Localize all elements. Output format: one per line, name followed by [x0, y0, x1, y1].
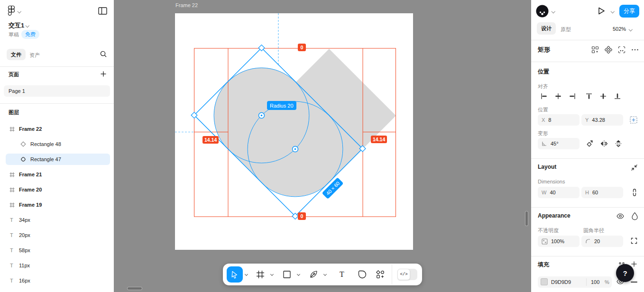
layer-row-rectangle-48[interactable]: Rectangle 48 [0, 138, 114, 150]
x-position-input[interactable]: X 8 [538, 114, 580, 126]
layer-row-frame-19[interactable]: Frame 19 [0, 199, 114, 210]
corner-radius-input[interactable]: 20 [581, 236, 623, 247]
figma-app-window: Frame 22 0 0 14.14 14.14 Radius 20 40 × … [0, 0, 644, 292]
opacity-checker-icon [542, 238, 548, 245]
rotation-value: 45° [551, 141, 559, 146]
text-tool-button[interactable]: T [338, 270, 346, 279]
vertical-scrollbar[interactable] [525, 211, 528, 226]
fill-color-row[interactable]: D9D9D9 100 % [538, 276, 612, 288]
fill-color-swatch[interactable] [541, 278, 548, 285]
help-button[interactable]: ? [616, 264, 634, 282]
user-avatar[interactable] [536, 5, 549, 18]
layer-label: Rectangle 47 [30, 156, 61, 162]
layer-label: 58px [19, 247, 30, 253]
layer-row-frame-21[interactable]: Frame 21 [0, 169, 114, 180]
pen-tool-chevron-icon[interactable] [323, 273, 327, 276]
dev-mode-toggle-thumb[interactable]: </> [397, 269, 410, 280]
frame-icon [9, 172, 15, 177]
width-input[interactable]: W 40 [538, 187, 580, 198]
rotation-input[interactable]: 45° [538, 138, 580, 149]
fill-opacity-value[interactable]: 100 [591, 279, 599, 285]
distance-badge-bottom: 0 [298, 212, 306, 220]
align-vertical-center-icon[interactable] [598, 91, 609, 102]
search-icon[interactable] [100, 50, 107, 58]
page-list-item[interactable]: Page 1 [4, 85, 110, 97]
canvas-viewport[interactable] [114, 0, 531, 292]
align-top-icon[interactable] [583, 91, 595, 102]
plan-badge[interactable]: 免费 [21, 30, 39, 39]
layer-row-frame-22[interactable]: Frame 22 [0, 123, 114, 135]
file-status: 草稿 [9, 31, 19, 38]
layer-label: 11px [19, 263, 30, 268]
use-as-mask-icon[interactable] [618, 46, 626, 54]
opacity-input[interactable]: 100% [538, 236, 580, 247]
present-play-icon[interactable] [597, 6, 606, 16]
tab-design[interactable]: 设计 [537, 22, 556, 35]
constrain-proportions-icon[interactable] [631, 188, 638, 197]
file-name[interactable]: 交互1 [9, 21, 24, 30]
create-component-icon[interactable] [605, 46, 612, 54]
rotated-rounded-rectangle-icon [20, 156, 26, 162]
frame-tool-chevron-icon[interactable] [270, 273, 274, 276]
opacity-label: 不透明度 [538, 227, 559, 234]
flip-horizontal-icon[interactable] [598, 138, 610, 149]
opacity-value: 100% [551, 238, 564, 244]
layer-row-text-16px[interactable]: T 16px [0, 275, 114, 286]
horizontal-scrollbar[interactable] [127, 287, 142, 290]
rectangle-tool-chevron-icon[interactable] [297, 273, 301, 276]
blend-droplet-icon[interactable] [631, 212, 638, 220]
tab-files[interactable]: 文件 [7, 49, 26, 60]
move-tool-button[interactable] [227, 266, 243, 283]
frame-tool-button[interactable] [256, 270, 265, 279]
tab-prototype[interactable]: 原型 [561, 26, 571, 33]
avatar-chevron-icon[interactable] [552, 9, 555, 13]
canvas-frame-label[interactable]: Frame 22 [175, 2, 198, 8]
tidy-up-icon[interactable] [591, 46, 599, 54]
actions-tool-button[interactable] [376, 270, 385, 279]
layer-row-frame-20[interactable]: Frame 20 [0, 184, 114, 195]
comment-tool-button[interactable] [358, 270, 367, 279]
align-bottom-icon[interactable] [612, 91, 623, 102]
share-button[interactable]: 分享 [619, 5, 639, 18]
visibility-eye-icon[interactable] [616, 212, 625, 220]
layer-label: Frame 20 [19, 187, 42, 192]
radius-badge: Radius 20 [267, 101, 296, 110]
remove-fill-icon[interactable] [631, 282, 637, 283]
text-layer-icon: T [10, 232, 13, 238]
figma-logo-icon[interactable] [8, 5, 15, 17]
layer-row-text-20px[interactable]: T 20px [0, 229, 114, 241]
text-layer-icon: T [10, 278, 13, 283]
rotate-90-icon[interactable] [584, 138, 596, 149]
add-page-icon[interactable] [100, 70, 107, 78]
more-options-icon[interactable] [631, 47, 639, 52]
pen-tool-button[interactable] [309, 270, 318, 279]
layer-row-rectangle-47[interactable]: Rectangle 47 [0, 154, 114, 165]
dev-mode-toggle[interactable]: </> [397, 269, 417, 280]
align-right-icon[interactable] [567, 91, 578, 102]
toggle-sidebar-icon[interactable] [98, 7, 107, 15]
layer-row-text-34px[interactable]: T 34px [0, 214, 114, 226]
height-value: 60 [592, 190, 598, 195]
zoom-level[interactable]: 502% [613, 26, 626, 32]
align-left-icon[interactable] [538, 91, 550, 102]
move-tool-chevron-icon[interactable] [245, 273, 248, 276]
flip-vertical-icon[interactable] [613, 138, 624, 149]
canvas-artwork[interactable] [114, 0, 531, 292]
zoom-chevron-icon[interactable] [629, 27, 633, 31]
independent-corners-icon[interactable] [630, 237, 638, 245]
align-horizontal-center-icon[interactable] [552, 91, 564, 102]
layer-row-text-58px[interactable]: T 58px [0, 245, 114, 256]
fill-hex-value[interactable]: D9D9D9 [551, 279, 571, 285]
rectangle-tool-button[interactable] [283, 270, 291, 279]
height-input[interactable]: H 60 [581, 187, 623, 198]
transform-label: 变形 [538, 130, 548, 137]
main-menu-chevron-icon[interactable] [18, 9, 21, 13]
y-position-input[interactable]: Y 43.28 [581, 114, 623, 126]
absolute-position-icon[interactable] [629, 116, 638, 124]
tab-assets[interactable]: 资产 [29, 52, 40, 59]
collapse-section-icon[interactable] [631, 164, 638, 171]
present-chevron-icon[interactable] [611, 9, 615, 13]
layer-row-text-11px[interactable]: T 11px [0, 260, 114, 271]
file-name-chevron-icon[interactable] [26, 24, 29, 27]
x-value: 8 [548, 117, 551, 123]
